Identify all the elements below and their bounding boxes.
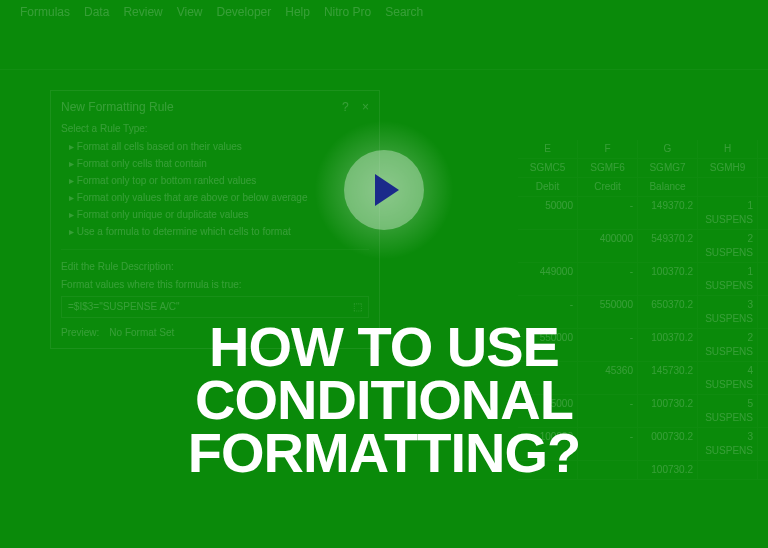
ribbon-tab: Data [84,4,109,21]
col-name: SGMG7 [638,159,698,177]
cell: 400000 [578,230,638,262]
ribbon-tab: Developer [217,4,272,21]
col-name: SGMF6 [578,159,638,177]
range-picker-icon: ⬚ [353,300,362,314]
col-header: Debit [518,178,578,196]
col-name: SGMH9 [698,159,758,177]
play-button[interactable] [314,120,454,260]
cell: 2 SUSPENS [698,230,758,262]
dialog-title-text: New Formatting Rule [61,99,174,116]
cell: 1 SUSPENS [698,263,758,295]
cell: - [578,263,638,295]
ribbon-tab: Formulas [20,4,70,21]
col-letter: H [698,140,758,158]
ribbon-tab: Review [123,4,162,21]
cell: 100370.2 [638,263,698,295]
ribbon-tab: Nitro Pro [324,4,371,21]
cell: 449000 [518,263,578,295]
play-circle [344,150,424,230]
cell: 549370.2 [638,230,698,262]
help-icon: ? [342,100,349,114]
ribbon-tab: View [177,4,203,21]
ribbon-tab: Search [385,4,423,21]
video-title: HOW TO USE CONDITIONAL FORMATTING? [0,320,768,480]
headline-line: HOW TO USE [0,320,768,373]
col-letter: G [638,140,698,158]
cell: 50000 [518,197,578,229]
table-row: 449000-100370.21 SUSPENS [518,263,768,296]
col-letter: E [518,140,578,158]
cell: - [578,197,638,229]
table-row: 400000549370.22 SUSPENS [518,230,768,263]
play-icon [375,174,399,206]
col-header: Balance [638,178,698,196]
edit-rule-label: Edit the Rule Description: [61,260,369,274]
formula-label: Format values where this formula is true… [61,278,369,292]
cell: 1 SUSPENS [698,197,758,229]
headline-line: CONDITIONAL [0,373,768,426]
col-name: SGMC5 [518,159,578,177]
cell: 149370.2 [638,197,698,229]
col-header [698,178,758,196]
table-row: 50000-149370.21 SUSPENS [518,197,768,230]
formula-value: =$I$3="SUSPENSE A/C" [68,300,180,314]
excel-ribbon: Formulas Data Review View Developer Help… [0,0,768,70]
close-icon: × [362,100,369,114]
ribbon-tab: Help [285,4,310,21]
col-letter: F [578,140,638,158]
headline-line: FORMATTING? [0,426,768,479]
cell [518,230,578,262]
col-header: Credit [578,178,638,196]
